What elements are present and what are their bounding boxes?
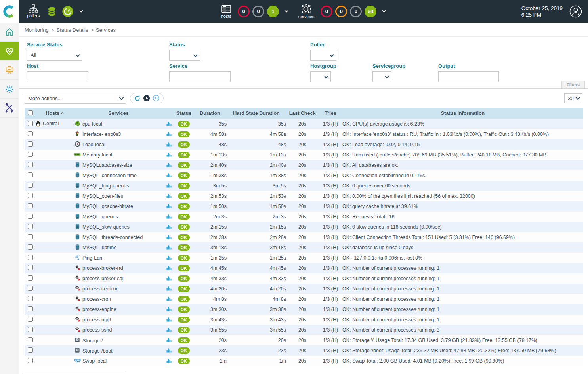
column-header-status[interactable]: Status — [174, 108, 193, 119]
sidebar-item-reporting[interactable] — [0, 61, 19, 80]
column-header-hosts[interactable]: Hosts^ — [36, 108, 74, 119]
graph-icon[interactable] — [166, 214, 172, 219]
row-checkbox[interactable] — [28, 141, 33, 147]
breadcrumb-monitoring[interactable]: Monitoring — [25, 27, 49, 33]
pause-button[interactable] — [153, 95, 160, 102]
graph-icon[interactable] — [166, 152, 172, 157]
row-checkbox[interactable] — [28, 234, 33, 239]
service-name[interactable]: MySQL_threads-connected — [82, 235, 143, 240]
graph-icon[interactable] — [166, 306, 172, 311]
graph-icon[interactable] — [166, 296, 172, 301]
centreon-logo[interactable] — [0, 0, 19, 23]
column-header-last-check[interactable]: Last Check — [286, 108, 319, 119]
service-name[interactable]: MySQL_uptime — [82, 245, 116, 250]
status-counter-badge[interactable]: 0 — [252, 6, 264, 17]
graph-icon[interactable] — [166, 141, 172, 147]
breadcrumb-status-details[interactable]: Status Details — [56, 27, 88, 33]
hostgroup-select[interactable] — [310, 71, 331, 82]
breadcrumb-services[interactable]: Services — [96, 27, 116, 33]
row-checkbox[interactable] — [28, 275, 33, 280]
column-header-tries[interactable]: Tries — [319, 108, 342, 119]
row-checkbox[interactable] — [28, 172, 33, 177]
service-name[interactable]: Swap-local — [82, 358, 107, 364]
service-name[interactable]: process-cron — [82, 296, 111, 302]
row-checkbox[interactable] — [28, 358, 33, 363]
service-name[interactable]: Memory-local — [82, 152, 112, 158]
service-name[interactable]: Storage-/boot — [82, 348, 113, 353]
service-status-select[interactable]: All — [27, 50, 82, 61]
service-name[interactable]: MySQL_connection-time — [82, 173, 137, 178]
poller-latency-status-icon[interactable] — [62, 6, 74, 17]
service-name[interactable]: process-broker-sql — [82, 276, 124, 281]
poller-database-status-icon[interactable] — [46, 6, 58, 17]
output-filter-input[interactable] — [438, 71, 499, 82]
graph-icon[interactable] — [166, 234, 172, 239]
select-all-checkbox[interactable] — [28, 110, 33, 115]
services-menu[interactable]: services — [298, 4, 314, 19]
row-checkbox[interactable] — [28, 183, 33, 188]
row-checkbox[interactable] — [28, 214, 33, 219]
service-name[interactable]: MySQL_long-queries — [82, 183, 129, 189]
service-name[interactable]: MySQL_queries — [82, 214, 118, 219]
column-header-hard-state-duration[interactable]: Hard State Duration — [227, 108, 286, 119]
host-name[interactable]: Central — [43, 121, 59, 126]
user-menu[interactable] — [569, 5, 582, 18]
pollers-menu[interactable]: pollers — [27, 4, 40, 18]
sidebar-item-configuration[interactable] — [0, 80, 19, 99]
servicegroup-select[interactable] — [372, 71, 391, 82]
graph-icon[interactable] — [166, 286, 172, 291]
poller-select[interactable] — [310, 50, 336, 61]
row-checkbox[interactable] — [28, 131, 33, 136]
row-checkbox[interactable] — [28, 337, 33, 342]
hosts-menu[interactable]: hosts — [221, 4, 231, 19]
service-name[interactable]: process-ntpd — [82, 317, 111, 322]
graph-icon[interactable] — [166, 224, 172, 229]
graph-icon[interactable] — [166, 265, 172, 270]
status-counter-badge[interactable]: 0 — [238, 6, 250, 17]
column-header-status-information[interactable]: Status information — [342, 108, 583, 119]
row-checkbox[interactable] — [28, 296, 33, 301]
graph-icon[interactable] — [166, 121, 172, 126]
hosts-chevron-down-icon[interactable] — [284, 10, 289, 13]
graph-icon[interactable] — [166, 162, 172, 167]
graph-icon[interactable] — [166, 347, 172, 353]
status-select[interactable] — [169, 50, 200, 61]
refresh-button[interactable] — [134, 95, 141, 102]
service-name[interactable]: Ping-Lan — [82, 255, 102, 261]
service-name[interactable]: process-centcore — [82, 286, 120, 292]
service-name[interactable]: process-broker-rrd — [82, 265, 123, 271]
row-checkbox[interactable] — [28, 193, 33, 198]
column-header-duration[interactable]: Duration — [193, 108, 227, 119]
row-checkbox[interactable] — [28, 317, 33, 322]
row-checkbox[interactable] — [28, 162, 33, 167]
column-header-services[interactable]: Services — [74, 108, 163, 119]
host-filter-input[interactable] — [27, 71, 88, 82]
service-name[interactable]: Storage-/ — [82, 338, 103, 343]
graph-icon[interactable] — [166, 203, 172, 208]
service-name[interactable]: Interface- enp0s3 — [82, 132, 121, 137]
status-counter-badge[interactable]: 0 — [321, 6, 332, 17]
more-actions-select-bottom[interactable]: More actions... — [25, 372, 126, 374]
page-size-select[interactable]: 30 — [564, 94, 582, 103]
sidebar-item-home[interactable] — [0, 23, 19, 42]
graph-icon[interactable] — [166, 275, 172, 280]
play-button[interactable] — [143, 95, 150, 102]
row-checkbox[interactable] — [28, 286, 33, 291]
graph-icon[interactable] — [166, 327, 172, 332]
graph-icon[interactable] — [166, 131, 172, 136]
filters-tab[interactable]: Filters — [561, 81, 585, 88]
row-checkbox[interactable] — [28, 327, 33, 332]
row-checkbox[interactable] — [28, 265, 33, 270]
status-counter-badge[interactable]: 24 — [365, 6, 376, 17]
services-chevron-down-icon[interactable] — [382, 10, 386, 13]
row-checkbox[interactable] — [28, 347, 33, 353]
graph-icon[interactable] — [166, 172, 172, 177]
service-name[interactable]: cpu-local — [82, 121, 102, 127]
service-name[interactable]: Load-local — [82, 142, 105, 147]
service-name[interactable]: MySQL_open-files — [82, 193, 123, 199]
graph-icon[interactable] — [166, 244, 172, 250]
status-counter-badge[interactable]: 0 — [335, 6, 347, 17]
graph-icon[interactable] — [166, 337, 172, 342]
row-checkbox[interactable] — [28, 306, 33, 311]
row-checkbox[interactable] — [28, 121, 33, 126]
